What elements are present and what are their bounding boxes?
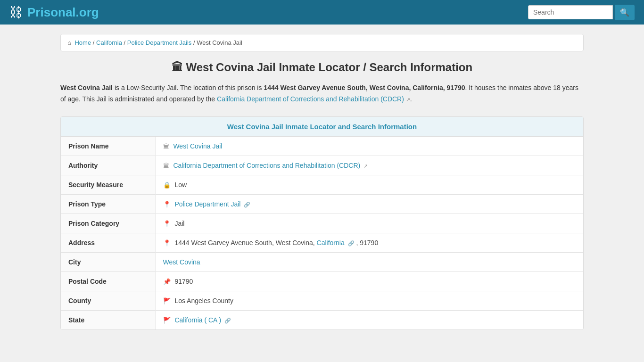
table-label: Security Measure [61,175,155,194]
info-table: Prison Name 🏛 West Covina Jail Authority… [61,137,583,329]
logo-main: Prisonal [27,5,76,19]
table-row: Authority 🏛 California Department of Cor… [61,156,583,175]
postal-icon: 📌 [163,278,171,285]
logo-icon: ⛓ [9,5,23,20]
prison-type-link[interactable]: Police Department Jail [174,200,240,208]
info-section-header: West Covina Jail Inmate Locator and Sear… [61,117,583,137]
table-value: 📍 1444 West Garvey Avenue South, West Co… [155,233,583,252]
logo-area: ⛓ Prisonal.org [9,5,99,20]
search-area: 🔍 [528,5,635,20]
authority-link[interactable]: California Department of Corrections and… [217,95,404,103]
table-row: County 🚩 Los Angeles County [61,291,583,310]
table-row: Postal Code 📌 91790 [61,272,583,291]
address-suffix: , 91790 [356,239,378,247]
table-value: West Covina [155,252,583,272]
table-row: Address 📍 1444 West Garvey Avenue South,… [61,233,583,252]
header: ⛓ Prisonal.org 🔍 [0,0,644,25]
table-value: 🏛 West Covina Jail [155,137,583,156]
description: West Covina Jail is a Low-Security Jail.… [60,82,584,105]
info-section-title: West Covina Jail Inmate Locator and Sear… [227,123,417,131]
table-value: 🔒 Low [155,175,583,194]
state-link[interactable]: California ( CA ) [174,316,221,324]
table-row: City West Covina [61,252,583,272]
table-value: 📍 Jail [155,214,583,233]
type-icon: 📍 [163,201,171,208]
table-value: 📍 Police Department Jail 🔗 [155,194,583,214]
city-link[interactable]: West Covina [163,258,200,266]
ext-link-icon: 🔗 [348,240,355,246]
logo-accent: .org [76,5,99,19]
authority-icon: 🏛 [163,162,169,169]
table-value: 🚩 Los Angeles County [155,291,583,310]
postal-value: 91790 [174,278,193,285]
breadcrumb-sep2: / [124,39,127,46]
table-label: County [61,291,155,310]
county-value: Los Angeles County [174,297,233,304]
main-wrapper: ⌂ Home / California / Police Department … [53,34,591,330]
authority-link-cell[interactable]: California Department of Corrections and… [173,162,360,169]
jail-name-bold: West Covina Jail [60,84,113,91]
table-label: Postal Code [61,272,155,291]
address-bold: 1444 West Garvey Avenue South, West Covi… [264,84,465,91]
breadcrumb-california[interactable]: California [96,39,122,46]
info-section: West Covina Jail Inmate Locator and Sear… [60,116,584,330]
table-row: Prison Category 📍 Jail [61,214,583,233]
table-row: Prison Type 📍 Police Department Jail 🔗 [61,194,583,214]
table-row: Prison Name 🏛 West Covina Jail [61,137,583,156]
table-label: State [61,310,155,329]
logo-text: Prisonal.org [27,5,99,20]
prison-name-link[interactable]: West Covina Jail [173,142,222,150]
breadcrumb-home[interactable]: Home [74,39,91,46]
table-value: 🚩 California ( CA ) 🔗 [155,310,583,329]
category-icon: 📍 [163,220,171,227]
table-label: Prison Type [61,194,155,214]
county-icon: 🚩 [163,297,171,304]
search-input[interactable] [528,5,613,19]
breadcrumb-police-dept-jails[interactable]: Police Department Jails [127,39,192,46]
category-value: Jail [174,220,184,227]
breadcrumb-current: West Covina Jail [197,39,242,46]
table-label: Prison Name [61,137,155,156]
address-state-link[interactable]: California [317,239,345,247]
breadcrumb: ⌂ Home / California / Police Department … [60,34,584,51]
search-button[interactable]: 🔍 [615,5,635,20]
table-label: Prison Category [61,214,155,233]
security-value: Low [174,181,187,189]
address-icon: 📍 [163,239,171,247]
home-icon: ⌂ [67,39,71,46]
lock-icon: 🔒 [163,181,171,189]
ext-link-icon: ↗ [363,163,368,169]
state-icon: 🚩 [163,317,171,324]
prison-icon: 🏛 [163,143,169,150]
desc-text-3: . [410,95,412,103]
ext-link-small: ↗ [406,97,410,102]
ext-link-icon: 🔗 [244,202,250,207]
breadcrumb-sep1: / [93,39,96,46]
state-ext-link-icon: 🔗 [224,318,231,323]
table-label: Address [61,233,155,252]
address-prefix: 1444 West Garvey Avenue South, West Covi… [174,239,316,247]
table-label: Authority [61,156,155,175]
page-title-icon: 🏛 [172,61,183,74]
table-value: 📌 91790 [155,272,583,291]
desc-text-1: is a Low-Security Jail. The location of … [113,84,264,91]
table-value: 🏛 California Department of Corrections a… [155,156,583,175]
table-row: Security Measure 🔒 Low [61,175,583,194]
page-title: 🏛 West Covina Jail Inmate Locator / Sear… [60,61,584,74]
table-label: City [61,252,155,272]
page-title-text: West Covina Jail Inmate Locator / Search… [186,61,472,74]
table-row: State 🚩 California ( CA ) 🔗 [61,310,583,329]
